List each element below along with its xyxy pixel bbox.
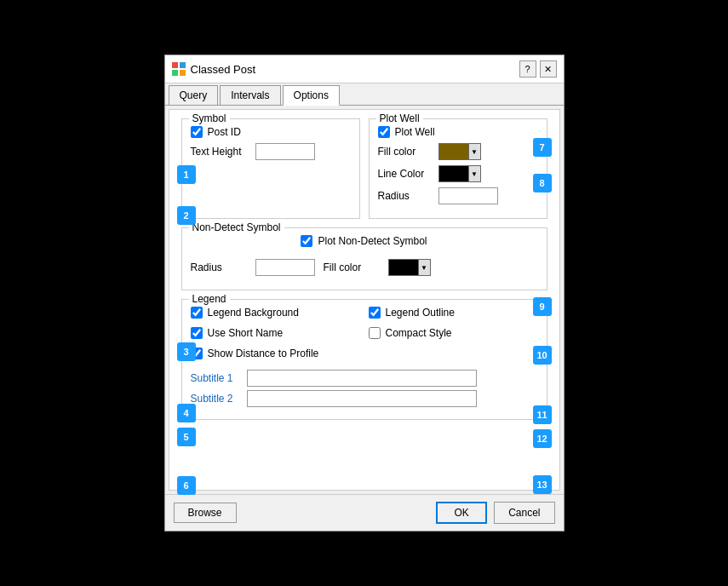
svg-rect-2 xyxy=(172,70,178,76)
legend-outline-label: Legend Outline xyxy=(386,307,455,319)
svg-rect-0 xyxy=(172,62,178,68)
show-distance-row: Show Distance to Profile xyxy=(191,348,360,359)
symbol-section: Symbol Post ID Text Height 287 xyxy=(181,118,360,219)
annotation-9: 9 xyxy=(533,297,552,316)
nd-fill-color-row: Fill color ▼ xyxy=(324,259,431,276)
annotation-8: 8 xyxy=(533,174,552,192)
annotation-7: 7 xyxy=(533,138,552,157)
app-icon xyxy=(172,62,186,76)
plot-well-checkbox[interactable] xyxy=(378,126,390,138)
radius-row: Radius 128 xyxy=(378,187,538,204)
nd-radius-input[interactable]: 160 xyxy=(255,259,315,276)
legend-outline-checkbox[interactable] xyxy=(369,307,381,319)
compact-style-checkbox[interactable] xyxy=(369,327,381,339)
annotation-11: 11 xyxy=(533,405,552,424)
plot-non-detect-row: Plot Non-Detect Symbol xyxy=(301,235,427,247)
subtitle2-input[interactable] xyxy=(247,390,477,407)
radius-label: Radius xyxy=(378,190,433,202)
dialog: Classed Post ? ✕ Query Intervals Options… xyxy=(164,55,565,531)
help-button[interactable]: ? xyxy=(519,60,536,78)
text-height-input[interactable]: 287 xyxy=(255,143,315,160)
compact-style-row: Compact Style xyxy=(369,327,538,339)
subtitle2-row: Subtitle 2 xyxy=(191,390,538,407)
post-id-label: Post ID xyxy=(208,126,241,138)
non-detect-section-label: Non-Detect Symbol xyxy=(189,221,284,233)
nd-fill-color-arrow: ▼ xyxy=(418,260,430,275)
close-button[interactable]: ✕ xyxy=(540,60,557,78)
fill-color-label: Fill color xyxy=(378,146,433,158)
annotation-2: 2 xyxy=(177,206,196,225)
nd-fill-color-swatch xyxy=(389,260,418,275)
post-id-row: Post ID xyxy=(191,126,351,138)
plot-well-checkbox-row: Plot Well xyxy=(378,126,538,138)
dialog-title: Classed Post xyxy=(191,63,256,76)
plot-well-section: Plot Well Plot Well Fill color ▼ Line Co… xyxy=(369,118,547,219)
use-short-name-label: Use Short Name xyxy=(208,327,284,339)
legend-bg-row: Legend Background xyxy=(191,307,360,319)
plot-well-section-label: Plot Well xyxy=(376,112,423,124)
legend-section-label: Legend xyxy=(189,293,230,305)
tab-bar: Query Intervals Options xyxy=(165,83,564,106)
fill-color-swatch xyxy=(439,144,468,159)
line-color-label: Line Color xyxy=(378,168,433,180)
nd-radius-label: Radius xyxy=(191,261,250,273)
non-detect-section: Non-Detect Symbol Plot Non-Detect Symbol… xyxy=(181,227,547,290)
annotation-10: 10 xyxy=(533,346,552,365)
annotation-12: 12 xyxy=(533,429,552,448)
text-height-row: Text Height 287 xyxy=(191,143,351,160)
line-color-arrow: ▼ xyxy=(468,166,480,181)
legend-bg-label: Legend Background xyxy=(208,307,299,319)
subtitle1-row: Subtitle 1 xyxy=(191,370,538,387)
line-color-button[interactable]: ▼ xyxy=(439,165,481,182)
annotation-5: 5 xyxy=(177,428,196,446)
svg-rect-1 xyxy=(180,62,186,68)
nd-fill-color-label: Fill color xyxy=(324,261,383,273)
annotation-3: 3 xyxy=(177,342,196,361)
cancel-button[interactable]: Cancel xyxy=(494,502,554,524)
tab-query[interactable]: Query xyxy=(169,85,219,105)
subtitle1-label: Subtitle 1 xyxy=(191,372,242,384)
annotation-1: 1 xyxy=(177,165,196,184)
title-bar: Classed Post ? ✕ xyxy=(165,55,564,83)
top-sections: Symbol Post ID Text Height 287 Plot Well xyxy=(181,118,547,227)
symbol-section-label: Symbol xyxy=(189,112,230,124)
plot-non-detect-label: Plot Non-Detect Symbol xyxy=(318,235,427,247)
line-color-row: Line Color ▼ xyxy=(378,165,538,182)
plot-non-detect-checkbox[interactable] xyxy=(301,235,312,247)
nd-radius-row: Radius 160 xyxy=(191,259,315,276)
non-detect-fields: Radius 160 Fill color ▼ xyxy=(191,259,538,281)
tab-intervals[interactable]: Intervals xyxy=(220,85,280,105)
plot-well-label: Plot Well xyxy=(395,126,435,138)
legend-bg-checkbox[interactable] xyxy=(191,307,203,319)
main-content: Symbol Post ID Text Height 287 Plot Well xyxy=(169,109,560,491)
legend-checkboxes: Legend Background Legend Outline Use Sho… xyxy=(191,307,538,365)
fill-color-button[interactable]: ▼ xyxy=(439,143,481,160)
ok-button[interactable]: OK xyxy=(436,502,487,524)
nd-fill-color-button[interactable]: ▼ xyxy=(388,259,431,276)
annotation-13: 13 xyxy=(533,475,552,494)
legend-section: Legend Legend Background Legend Outline … xyxy=(181,299,547,420)
fill-color-arrow: ▼ xyxy=(468,144,480,159)
svg-rect-3 xyxy=(180,70,186,76)
annotation-6: 6 xyxy=(177,476,196,495)
post-id-checkbox[interactable] xyxy=(191,126,203,138)
compact-style-label: Compact Style xyxy=(386,327,452,339)
line-color-swatch xyxy=(439,166,468,181)
legend-outline-row: Legend Outline xyxy=(369,307,538,319)
subtitle2-label: Subtitle 2 xyxy=(191,393,242,405)
subtitle1-input[interactable] xyxy=(247,370,477,387)
fill-color-row: Fill color ▼ xyxy=(378,143,538,160)
show-distance-label: Show Distance to Profile xyxy=(208,348,319,359)
use-short-name-row: Use Short Name xyxy=(191,327,360,339)
radius-input[interactable]: 128 xyxy=(439,187,498,204)
tab-options[interactable]: Options xyxy=(283,85,340,106)
use-short-name-checkbox[interactable] xyxy=(191,327,203,339)
browse-button[interactable]: Browse xyxy=(174,503,237,523)
text-height-label: Text Height xyxy=(191,146,250,158)
annotation-4: 4 xyxy=(177,404,196,422)
footer: Browse OK Cancel xyxy=(165,494,564,531)
